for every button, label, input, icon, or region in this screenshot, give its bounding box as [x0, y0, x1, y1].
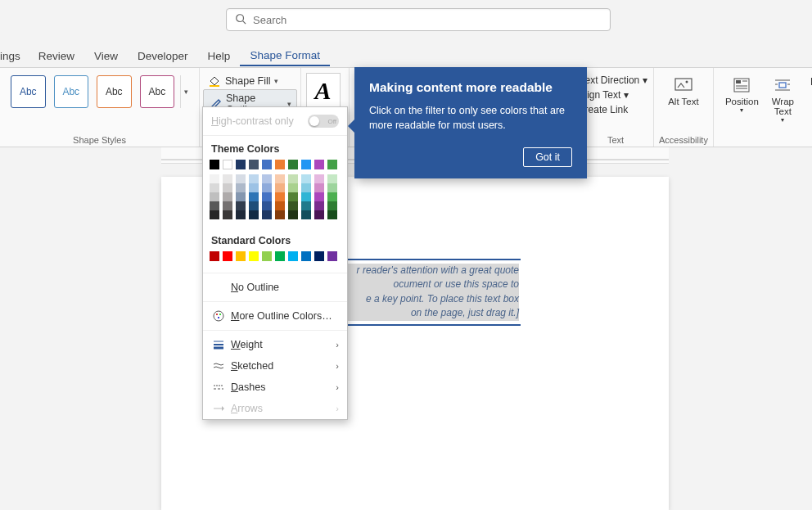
color-swatch[interactable]	[301, 160, 311, 169]
color-swatch[interactable]	[314, 192, 324, 201]
color-swatch[interactable]	[236, 192, 246, 201]
color-swatch[interactable]	[275, 192, 285, 201]
color-swatch[interactable]	[327, 201, 337, 210]
color-swatch[interactable]	[262, 174, 272, 183]
color-swatch[interactable]	[288, 210, 298, 219]
color-swatch[interactable]	[249, 192, 259, 201]
color-swatch[interactable]	[223, 192, 232, 201]
color-swatch[interactable]	[249, 201, 259, 210]
color-swatch[interactable]	[210, 174, 219, 183]
color-swatch[interactable]	[262, 192, 272, 201]
color-swatch[interactable]	[314, 183, 324, 192]
color-swatch[interactable]	[262, 251, 272, 261]
more-colors-item[interactable]: More Outline Colors…	[203, 305, 347, 327]
color-swatch[interactable]	[327, 251, 337, 261]
search-bar[interactable]	[226, 8, 611, 31]
color-swatch[interactable]	[262, 160, 272, 169]
color-swatch[interactable]	[236, 210, 246, 219]
no-outline-item[interactable]: No Outline	[203, 277, 347, 298]
color-swatch[interactable]	[327, 160, 337, 169]
color-swatch[interactable]	[301, 210, 311, 219]
shape-style-4[interactable]: Abc	[140, 75, 175, 108]
color-swatch[interactable]	[327, 183, 337, 192]
color-swatch[interactable]	[288, 183, 298, 192]
color-swatch[interactable]	[314, 174, 324, 183]
search-input[interactable]	[253, 14, 602, 26]
tab-shape-format[interactable]: Shape Format	[240, 46, 330, 66]
color-swatch[interactable]	[288, 174, 298, 183]
tab-view[interactable]: View	[84, 47, 128, 65]
wordart-style[interactable]: A	[306, 73, 341, 109]
color-swatch[interactable]	[210, 210, 219, 219]
color-swatch[interactable]	[275, 183, 285, 192]
high-contrast-row[interactable]: High-contrast only Off	[203, 107, 347, 136]
textbox-quote[interactable]: r reader's attention with a great quote …	[342, 259, 521, 326]
tab-cut[interactable]: ings	[0, 47, 29, 65]
shape-style-3[interactable]: Abc	[97, 75, 132, 108]
high-contrast-toggle[interactable]: Off	[308, 115, 339, 128]
dashes-item[interactable]: Dashes ›	[203, 377, 347, 398]
color-swatch[interactable]	[236, 174, 246, 183]
color-swatch[interactable]	[210, 201, 219, 210]
color-swatch[interactable]	[327, 192, 337, 201]
color-swatch[interactable]	[275, 210, 285, 219]
tab-developer[interactable]: Developer	[128, 47, 198, 65]
color-swatch[interactable]	[236, 183, 246, 192]
color-swatch[interactable]	[301, 183, 311, 192]
color-swatch[interactable]	[262, 210, 272, 219]
color-swatch[interactable]	[327, 210, 337, 219]
tab-help[interactable]: Help	[198, 47, 241, 65]
color-swatch[interactable]	[275, 251, 285, 261]
shape-style-2[interactable]: Abc	[54, 75, 89, 108]
color-swatch[interactable]	[275, 160, 285, 169]
color-swatch[interactable]	[249, 183, 259, 192]
got-it-button[interactable]: Got it	[523, 147, 572, 167]
color-swatch[interactable]	[314, 210, 324, 219]
color-swatch[interactable]	[210, 183, 219, 192]
alt-text-button[interactable]: Alt Text	[661, 73, 706, 110]
text-direction-button[interactable]: ext Direction ▾	[582, 73, 651, 88]
color-swatch[interactable]	[223, 201, 232, 210]
color-swatch[interactable]	[223, 174, 232, 183]
color-swatch[interactable]	[288, 251, 298, 261]
color-swatch[interactable]	[301, 174, 311, 183]
color-swatch[interactable]	[236, 160, 246, 169]
color-swatch[interactable]	[275, 201, 285, 210]
wrap-text-button[interactable]: Wrap Text ▾	[763, 73, 802, 127]
color-swatch[interactable]	[210, 160, 219, 169]
sketched-item[interactable]: Sketched ›	[203, 355, 347, 377]
color-swatch[interactable]	[301, 251, 311, 261]
color-swatch[interactable]	[327, 174, 337, 183]
color-swatch[interactable]	[262, 201, 272, 210]
color-swatch[interactable]	[210, 192, 219, 201]
color-swatch[interactable]	[249, 251, 259, 261]
position-button[interactable]: Position ▾	[720, 73, 763, 117]
color-swatch[interactable]	[223, 160, 232, 169]
color-swatch[interactable]	[262, 183, 272, 192]
weight-item[interactable]: Weight ›	[203, 334, 347, 355]
shape-style-1[interactable]: Abc	[11, 75, 46, 108]
color-swatch[interactable]	[249, 160, 259, 169]
color-swatch[interactable]	[301, 192, 311, 201]
shape-styles-more[interactable]: ▾	[180, 75, 191, 108]
color-swatch[interactable]	[288, 160, 298, 169]
color-swatch[interactable]	[301, 201, 311, 210]
color-swatch[interactable]	[314, 201, 324, 210]
color-swatch[interactable]	[223, 210, 232, 219]
create-link-button[interactable]: reate Link	[582, 102, 632, 117]
color-swatch[interactable]	[210, 251, 219, 261]
color-swatch[interactable]	[249, 210, 259, 219]
color-swatch[interactable]	[275, 174, 285, 183]
color-swatch[interactable]	[288, 192, 298, 201]
color-swatch[interactable]	[288, 201, 298, 210]
tab-review[interactable]: Review	[29, 47, 84, 65]
color-swatch[interactable]	[236, 201, 246, 210]
color-swatch[interactable]	[223, 251, 232, 261]
color-swatch[interactable]	[314, 160, 324, 169]
align-text-button[interactable]: lign Text ▾	[582, 88, 632, 102]
color-swatch[interactable]	[314, 251, 324, 261]
shape-fill-button[interactable]: Shape Fill ▾	[203, 73, 283, 89]
color-swatch[interactable]	[249, 174, 259, 183]
color-swatch[interactable]	[223, 183, 232, 192]
color-swatch[interactable]	[236, 251, 246, 261]
